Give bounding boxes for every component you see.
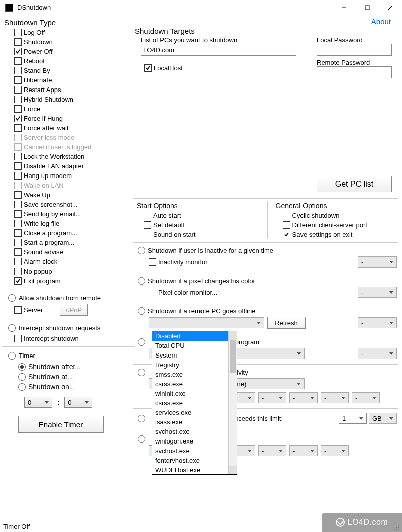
shutdown-type-option[interactable]: Shutdown (14, 37, 135, 47)
cond7-s2[interactable]: - (258, 445, 286, 456)
radio-icon[interactable] (138, 369, 145, 376)
pc-list-panel[interactable]: LocalHost (141, 60, 296, 193)
option-item[interactable]: Set default (144, 220, 259, 230)
option-item[interactable]: Save settings on exit (283, 230, 398, 239)
upnp-button[interactable]: uPnP (60, 304, 88, 316)
radio-icon[interactable] (138, 307, 145, 315)
intercept-group[interactable]: Intercept shutdown requests (8, 324, 135, 332)
dropdown-item[interactable]: Disabled (152, 331, 228, 341)
shutdown-type-option[interactable]: Stand By (14, 66, 135, 75)
about-link[interactable]: About (371, 17, 391, 26)
dropdown-item[interactable]: WUDFHost.exe (152, 465, 228, 475)
cond7-s3[interactable]: - (289, 445, 318, 456)
dropdown-item[interactable]: winlogon.exe (152, 436, 228, 446)
inactivity-monitor-option[interactable]: Inactivity monitor (149, 257, 208, 267)
refresh-button[interactable]: Refresh (267, 317, 306, 329)
shutdown-type-option[interactable]: Alarm clock (14, 257, 135, 267)
local-pw-input[interactable] (317, 44, 392, 56)
radio-icon (8, 352, 16, 360)
cond5-s2[interactable]: - (258, 392, 286, 403)
close-button[interactable] (379, 0, 402, 15)
pixel-monitor-label: Pixel color monitor... (158, 289, 217, 296)
timer-after-option[interactable]: Shutdown after... (18, 362, 135, 372)
shutdown-type-option[interactable]: Save screenshot... (14, 200, 135, 209)
shutdown-type-option[interactable]: Restart Apps (14, 85, 135, 95)
dropdown-item[interactable]: fontdrvhost.exe (152, 456, 228, 465)
cond5-s5[interactable]: - (352, 392, 380, 403)
dropdown-item[interactable]: wininit.exe (152, 389, 228, 398)
intercept-shutdown-option[interactable]: Intercept shutdown (14, 334, 135, 343)
option-item[interactable]: Auto start (144, 211, 259, 220)
shutdown-type-option[interactable]: Hibernate (14, 75, 135, 85)
shutdown-type-option[interactable]: Reboot (14, 56, 135, 66)
shutdown-type-option[interactable]: Hybrid Shutdown (14, 95, 135, 104)
dropdown-item[interactable]: lsass.exe (152, 417, 228, 427)
dropdown-item[interactable]: Total CPU (152, 341, 228, 350)
shutdown-type-option[interactable]: Lock the Workstation (14, 152, 135, 161)
radio-icon[interactable] (138, 435, 145, 443)
maximize-button[interactable] (356, 0, 379, 15)
timer-at-option[interactable]: Shutdown at... (18, 372, 135, 382)
checkbox-icon (14, 248, 22, 256)
dropdown-item[interactable]: csrss.exe (152, 398, 228, 408)
shutdown-type-option[interactable]: Power Off (14, 47, 135, 56)
dropdown-item[interactable]: services.exe (152, 408, 228, 417)
get-pc-list-button[interactable]: Get PC list (317, 176, 392, 192)
shutdown-type-option[interactable]: Hang up modem (14, 171, 135, 181)
cond7-s4[interactable]: - (321, 445, 349, 456)
dropdown-item[interactable]: smss.exe (152, 370, 228, 379)
shutdown-type-option[interactable]: Wake Up (14, 190, 135, 200)
shutdown-type-option[interactable]: Start a program... (14, 238, 135, 247)
scrollbar-thumb[interactable] (230, 340, 236, 373)
dropdown-item[interactable]: svchost.exe (152, 446, 228, 456)
shutdown-type-option[interactable]: No popup (14, 267, 135, 276)
shutdown-type-option[interactable]: Write log file (14, 219, 135, 228)
shutdown-type-option[interactable]: Force if Hung (14, 114, 135, 123)
option-item[interactable]: Sound on start (144, 230, 259, 239)
shutdown-type-option[interactable]: Disable LAN adapter (14, 161, 135, 171)
dropdown-item[interactable]: csrss.exe (152, 379, 228, 389)
minimize-button[interactable] (333, 0, 356, 15)
dropdown-item[interactable]: System (152, 350, 228, 360)
localhost-item[interactable]: LocalHost (144, 63, 293, 73)
shutdown-type-option[interactable]: Send log by email... (14, 209, 135, 219)
allow-remote-group[interactable]: Allow shutdown from remote (8, 294, 135, 302)
remote-pw-input[interactable] (317, 66, 392, 78)
enable-timer-button[interactable]: Enable Timer (18, 416, 104, 433)
cond3-dd[interactable] (149, 317, 264, 328)
radio-icon[interactable] (138, 277, 145, 285)
pixel-monitor-option[interactable]: Pixel color monitor... (149, 288, 217, 297)
radio-icon[interactable] (138, 247, 145, 254)
cond5-s4[interactable]: - (321, 392, 349, 403)
shutdown-type-option: Cancel if user is logged (14, 142, 135, 152)
timer-on-option[interactable]: Shutdown on... (18, 382, 135, 392)
radio-icon[interactable] (138, 338, 145, 346)
localhost-label: LocalHost (154, 65, 183, 71)
shutdown-type-option[interactable]: Close a program... (14, 228, 135, 238)
radio-icon[interactable] (138, 415, 145, 422)
timer-group[interactable]: Timer (8, 352, 135, 360)
shutdown-type-option[interactable]: Log Off (14, 28, 135, 37)
option-item[interactable]: Cyclic shutdown (283, 211, 398, 220)
shutdown-type-option[interactable]: Sound advise (14, 247, 135, 257)
shutdown-type-option[interactable]: Force after wait (14, 123, 135, 133)
scrollbar[interactable] (228, 331, 237, 474)
cond6-n[interactable]: 1 (339, 413, 367, 424)
shutdown-type-option[interactable]: Exit program (14, 276, 135, 286)
cond-pixel: Shutdown if a pixel changes his color Pi… (138, 277, 397, 298)
dropdown-item[interactable]: Registry (152, 360, 228, 370)
cond4-select[interactable]: - (358, 348, 397, 359)
cond6-unit[interactable]: GB (369, 413, 397, 424)
cond5-s3[interactable]: - (289, 392, 318, 403)
shutdown-type-option[interactable]: Force (14, 104, 135, 114)
timer-minute-select[interactable]: 0 (64, 397, 92, 408)
cond1-select[interactable]: - (358, 256, 397, 268)
cond2-select[interactable]: - (358, 287, 397, 298)
server-option[interactable]: Server (14, 305, 43, 315)
cond3-select[interactable]: - (358, 317, 397, 328)
process-dropdown-popup[interactable]: DisabledTotal CPUSystemRegistrysmss.exec… (152, 331, 237, 475)
dropdown-item[interactable]: svchost.exe (152, 427, 228, 436)
timer-hour-select[interactable]: 0 (24, 397, 52, 408)
pc-input[interactable] (141, 44, 296, 56)
option-item[interactable]: Different client-server port (283, 220, 398, 230)
